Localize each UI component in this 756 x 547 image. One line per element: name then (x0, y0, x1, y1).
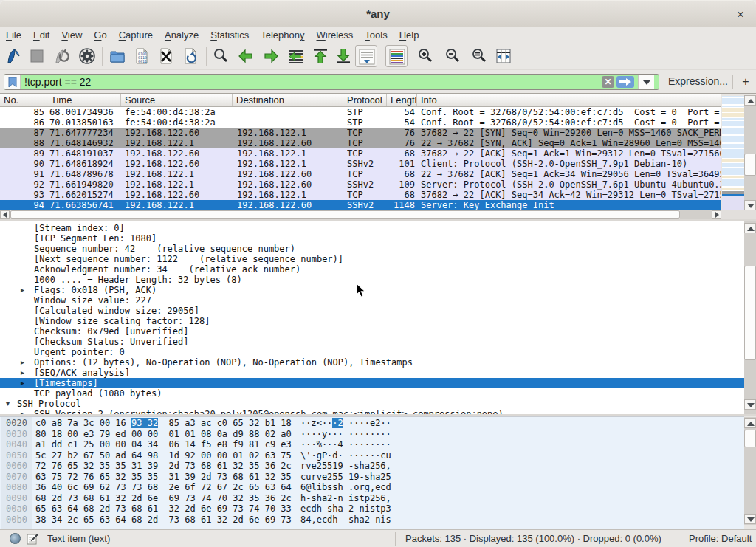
go-last-packet-icon[interactable] (332, 45, 354, 67)
restart-capture-icon[interactable] (51, 45, 73, 67)
menu-help[interactable]: Help (394, 27, 425, 43)
packet-list-hscrollbar[interactable] (0, 210, 756, 219)
filter-clear-icon[interactable]: ✕ (602, 76, 614, 88)
details-vscrollbar[interactable] (744, 221, 756, 414)
filter-apply-icon[interactable] (616, 76, 634, 88)
menu-view[interactable]: View (55, 27, 88, 43)
hex-row-0040[interactable]: 0040a1 dd c1 25 00 00 04 34 06 14 f5 e8 … (0, 439, 744, 450)
expand-icon[interactable]: ▸ (21, 357, 30, 368)
status-profile[interactable]: Profile: Default (689, 533, 752, 544)
packet-list-header[interactable]: No.TimeSourceDestinationProtocolLengthIn… (0, 94, 721, 107)
detail-line[interactable]: TCP payload (1080 bytes) (0, 388, 744, 399)
open-file-icon[interactable] (106, 45, 128, 67)
hex-bytes[interactable]: 36 40 6c 69 62 73 73 68 2e 6f 72 67 2c 6… (35, 482, 292, 493)
detail-line[interactable]: [Stream index: 0] (0, 223, 744, 233)
hex-bytes[interactable]: c0 a8 7a 3c 00 16 93 32 85 a3 ac c0 65 3… (35, 418, 292, 429)
reload-file-icon[interactable] (179, 45, 202, 67)
zoom-out-icon[interactable] (441, 45, 464, 67)
expand-icon[interactable]: ▸ (21, 409, 30, 414)
detail-line[interactable]: Acknowledgment number: 34 (relative ack … (0, 264, 744, 275)
resize-columns-icon[interactable] (492, 45, 515, 67)
detail-line[interactable]: [Window size scaling factor: 128] (0, 316, 744, 326)
packet-row-90[interactable]: 9071.648618924192.168.122.60192.168.122.… (0, 159, 721, 169)
column-header-no[interactable]: No. (0, 94, 47, 106)
hex-row-0080[interactable]: 008036 40 6c 69 62 73 73 68 2e 6f 72 67 … (0, 482, 744, 493)
colorize-packets-icon[interactable] (385, 45, 408, 67)
hex-bytes[interactable]: 80 18 00 e3 79 ed 00 00 01 01 08 0a d9 8… (35, 429, 292, 440)
detail-line[interactable]: ▾SSH Protocol (0, 399, 744, 409)
packet-details-pane[interactable]: [Stream index: 0][TCP Segment Len: 1080]… (0, 221, 744, 414)
detail-line[interactable]: ▸Flags: 0x018 (PSH, ACK) (0, 285, 744, 295)
packet-row-88[interactable]: 8871.648146932192.168.122.1192.168.122.6… (0, 138, 721, 148)
menu-telephony[interactable]: Telephony (255, 27, 310, 43)
packet-bytes-pane[interactable]: 0020c0 a8 7a 3c 00 16 93 32 85 a3 ac c0 … (0, 416, 744, 529)
expression-button[interactable]: Expression... (668, 75, 728, 87)
hex-bytes[interactable]: 38 34 2c 65 63 64 68 2d 73 68 61 32 2d 6… (35, 515, 292, 526)
scroll-down-icon[interactable] (744, 399, 756, 410)
detail-line[interactable]: [Checksum Status: Unverified] (0, 337, 744, 347)
menu-file[interactable]: File (0, 27, 27, 43)
bytes-vscroll-thumb[interactable] (744, 430, 756, 447)
hscroll-trough[interactable] (680, 210, 712, 219)
hex-bytes[interactable]: 72 76 65 32 35 35 31 39 2d 73 68 61 32 3… (35, 461, 292, 472)
packet-row-86[interactable]: 8670.013850163fe:54:00:d4:38:2aSTP54Conf… (0, 117, 721, 128)
go-to-packet-icon[interactable] (285, 45, 307, 67)
details-vscroll-thumb[interactable] (744, 266, 756, 360)
hex-row-0090[interactable]: 009068 2d 73 68 61 32 2d 6e 69 73 74 70 … (0, 493, 744, 504)
hex-row-0050[interactable]: 00505c 27 b2 67 50 ad 64 98 1d 92 00 00 … (0, 450, 744, 461)
filter-dropdown-icon[interactable] (638, 75, 654, 89)
expand-icon[interactable]: ▸ (21, 378, 30, 388)
stop-capture-icon[interactable] (26, 45, 48, 67)
hex-ascii[interactable]: 84,ecdh- sha2-nis (300, 515, 391, 526)
scroll-up-icon[interactable] (744, 418, 756, 428)
hex-bytes[interactable]: 63 75 72 76 65 32 35 35 31 39 2d 73 68 6… (35, 472, 292, 483)
bytes-vscrollbar[interactable] (744, 417, 756, 525)
column-header-source[interactable]: Source (121, 94, 233, 106)
packet-row-85[interactable]: 8568.001734936fe:54:00:d4:38:2aSTP54Conf… (0, 107, 721, 117)
hex-row-00a0[interactable]: 00a065 63 64 68 2d 73 68 61 32 2d 6e 69 … (0, 503, 744, 515)
hex-bytes[interactable]: 5c 27 b2 67 50 ad 64 98 1d 92 00 00 01 0… (35, 450, 292, 461)
hex-row-0060[interactable]: 006072 76 65 32 35 35 31 39 2d 73 68 61 … (0, 461, 744, 472)
packet-list-minimap[interactable] (722, 96, 744, 210)
find-packet-icon[interactable] (210, 45, 232, 67)
packet-list-hscroll-thumb[interactable] (10, 210, 680, 219)
menu-analyze[interactable]: Analyze (159, 27, 205, 43)
go-forward-icon[interactable] (260, 45, 282, 67)
menu-statistics[interactable]: Statistics (205, 27, 255, 43)
scroll-down-icon[interactable] (744, 200, 756, 210)
detail-line[interactable]: [TCP Segment Len: 1080] (0, 233, 744, 244)
hex-row-0070[interactable]: 007063 75 72 76 65 32 35 35 31 39 2d 73 … (0, 472, 744, 483)
scroll-right-icon[interactable] (712, 210, 721, 219)
close-icon[interactable]: × (731, 5, 750, 24)
column-header-destination[interactable]: Destination (233, 94, 343, 106)
scroll-up-icon[interactable] (744, 95, 756, 106)
detail-line[interactable]: ▸Options: (12 bytes), No-Operation (NOP)… (0, 357, 744, 368)
close-file-icon[interactable] (155, 45, 177, 67)
capture-options-icon[interactable] (76, 45, 98, 67)
hex-ascii[interactable]: h-sha2-n istp256, (300, 493, 391, 504)
column-header-info[interactable]: Info (417, 94, 721, 106)
scroll-up-icon[interactable] (744, 223, 756, 233)
start-capture-icon[interactable] (3, 45, 25, 67)
scroll-left-icon[interactable] (0, 210, 10, 219)
packet-row-87[interactable]: 8771.647777234192.168.122.60192.168.122.… (0, 128, 721, 138)
hex-ascii[interactable]: ···%···4 ········ (300, 439, 391, 450)
menu-tools[interactable]: Tools (359, 27, 393, 43)
zoom-in-icon[interactable] (414, 45, 436, 67)
auto-scroll-icon[interactable] (355, 45, 377, 67)
hex-bytes[interactable]: 68 2d 73 68 61 32 2d 6e 69 73 74 70 32 3… (35, 493, 292, 504)
zoom-reset-icon[interactable] (468, 45, 490, 67)
packet-list-vscroll-thumb[interactable] (744, 154, 756, 176)
capture-comment-icon[interactable] (27, 533, 38, 547)
menu-wireless[interactable]: Wireless (311, 27, 360, 43)
menu-go[interactable]: Go (88, 27, 112, 43)
detail-line[interactable]: Window size value: 227 (0, 295, 744, 306)
menu-edit[interactable]: Edit (27, 27, 55, 43)
filter-bookmark-icon[interactable] (4, 75, 21, 89)
collapse-icon[interactable]: ▾ (6, 399, 15, 409)
hex-row-0020[interactable]: 0020c0 a8 7a 3c 00 16 93 32 85 a3 ac c0 … (0, 418, 744, 429)
filter-add-button[interactable]: + (738, 73, 753, 91)
detail-line[interactable]: [Next sequence number: 1122 (relative se… (0, 254, 744, 264)
detail-line[interactable]: 1000 .... = Header Length: 32 bytes (8) (0, 275, 744, 285)
detail-line[interactable]: Urgent pointer: 0 (0, 347, 744, 357)
